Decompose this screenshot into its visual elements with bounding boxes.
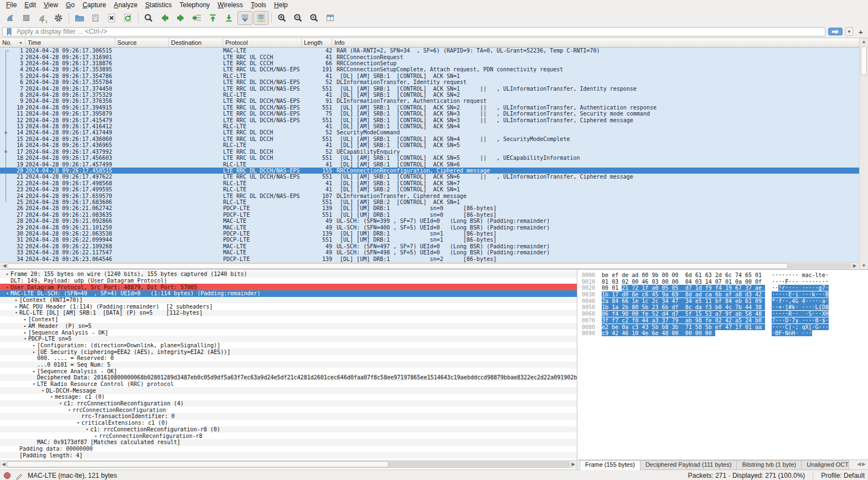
packet-row[interactable]: 12024-04-28 09:26:17.306515MAC-LTE42RAR … <box>0 48 868 54</box>
hex-byte[interactable]: 3f <box>602 317 612 324</box>
hex-byte[interactable]: d3 <box>745 291 755 298</box>
hex-byte[interactable]: 02 <box>622 279 632 285</box>
expander-open-icon[interactable]: ▾ <box>66 407 73 413</box>
close-file-button[interactable] <box>104 11 119 25</box>
hex-byte[interactable]: 67 <box>735 285 745 291</box>
hex-byte[interactable]: 00 <box>672 330 685 336</box>
column-header-length[interactable]: Length <box>302 38 332 47</box>
detail-row[interactable]: ▸[Context] <box>0 316 577 323</box>
detail-row[interactable]: ▸[Configuration: (direction=Downlink, pl… <box>0 342 577 349</box>
column-header-no[interactable]: No.▼ <box>0 38 25 47</box>
detail-row[interactable]: ▾MAC-LTE DL-SCH: (SFN=49 , SF=4) UEId=0 … <box>0 290 577 297</box>
ascii-char[interactable]: · <box>805 311 808 317</box>
scroll-up-arrow[interactable]: ▲ <box>860 38 868 45</box>
menu-file[interactable]: File <box>2 1 20 9</box>
expander-closed-icon[interactable]: ▸ <box>4 271 11 277</box>
hex-byte[interactable]: 45 <box>652 291 662 298</box>
hex-byte[interactable]: 5b <box>652 324 662 330</box>
hex-byte[interactable]: ef <box>612 272 622 278</box>
scroll-right-arrow[interactable]: ▶ <box>570 461 576 468</box>
go-last-button[interactable] <box>221 11 236 25</box>
ascii-char[interactable]: · <box>815 311 819 317</box>
detail-row[interactable]: ▾message: c1 (0) <box>0 394 577 400</box>
hex-row[interactable]: 00501b 1a 2b 80 5b 23 6b df 8c da f3 b0 … <box>582 304 868 311</box>
packet-row[interactable]: 272024-04-28 09:26:21.083635PDCP-LTE551 … <box>0 212 868 218</box>
hex-byte[interactable]: 98 <box>695 317 705 324</box>
hex-byte[interactable]: a7 <box>715 311 725 317</box>
detail-row[interactable]: [Padding length: 4] <box>0 452 577 458</box>
hex-byte[interactable]: d7 <box>672 311 685 317</box>
go-back-button[interactable] <box>157 11 172 25</box>
hex-byte[interactable]: de <box>622 272 632 278</box>
expander-closed-icon[interactable]: ▸ <box>13 304 19 310</box>
hex-byte[interactable]: 61 <box>695 272 705 278</box>
ascii-char[interactable]: [ <box>809 324 812 330</box>
expander-open-icon[interactable]: ▾ <box>22 336 28 342</box>
hex-byte[interactable]: 00 <box>672 279 685 285</box>
hex-byte[interactable]: 00 <box>602 285 612 291</box>
detail-row[interactable]: ▸MAC PDU Header (1:114) (Padding:remaind… <box>0 303 577 310</box>
menu-analyze[interactable]: Analyze <box>110 1 142 9</box>
zoom-out-button[interactable] <box>291 11 306 25</box>
detail-row[interactable]: ▸rrcConnectionReconfiguration-r8 <box>0 432 577 439</box>
profile-status[interactable]: Profile: Default <box>821 472 865 479</box>
hex-byte[interactable]: 01 <box>602 279 612 285</box>
hex-byte[interactable]: 58 <box>745 311 755 317</box>
hex-byte[interactable]: 42 <box>725 317 735 324</box>
hex-byte[interactable]: 04 <box>685 279 695 285</box>
detail-row[interactable]: ▸AM Header (P) sn=5 <box>0 323 577 330</box>
packet-row[interactable]: 152024-04-28 09:26:17.436060LTE RRC UL_D… <box>0 136 868 142</box>
display-filter-input[interactable]: Apply a display filter ... <Ctrl-/> <box>2 27 825 36</box>
hex-byte[interactable]: 65 <box>745 272 755 278</box>
hex-byte[interactable]: b8 <box>662 324 671 330</box>
hex-byte[interactable]: 02 <box>715 317 725 324</box>
ascii-char[interactable]: · <box>805 291 808 298</box>
go-to-packet-button[interactable] <box>189 11 204 25</box>
packet-row[interactable]: 232024-04-28 09:26:17.499595RLC-LTE41 [D… <box>0 186 868 192</box>
ascii-char[interactable]: L <box>815 304 819 310</box>
detail-row[interactable]: 000. .... = Reserved: 0 <box>0 355 577 362</box>
hex-byte[interactable]: fe <box>642 311 652 317</box>
detail-row[interactable]: ▸User Datagram Protocol, Src Port: 48879… <box>0 284 577 290</box>
hex-byte[interactable]: 44 <box>745 304 755 310</box>
hex-row[interactable]: 006086 f4 90 00 fe 52 d4 d7 5f 15 53 a7 … <box>582 311 868 317</box>
ascii-char[interactable]: · <box>805 298 808 304</box>
hex-byte[interactable]: ef <box>715 324 725 330</box>
menu-help[interactable]: Help <box>270 1 292 9</box>
hex-byte[interactable]: 0a <box>622 324 632 330</box>
hex-byte[interactable]: 4e <box>642 330 652 336</box>
hex-byte[interactable]: 1b <box>602 291 612 298</box>
ascii-char[interactable]: S <box>809 311 812 317</box>
packet-row[interactable]: 242024-04-28 09:26:17.659570LTE RRC DL_D… <box>0 192 868 199</box>
hex-byte[interactable]: 1e <box>632 298 642 304</box>
hex-byte[interactable]: 80 <box>632 304 642 310</box>
ascii-char[interactable]: G <box>815 324 819 330</box>
ascii-char[interactable]: B <box>825 291 829 298</box>
hex-byte[interactable]: 05 <box>672 285 685 291</box>
hex-byte[interactable]: 14 <box>705 279 715 285</box>
ascii-char[interactable]: · <box>809 330 812 336</box>
byte-view-tab[interactable]: Bitstring tvb (1 byte) <box>737 460 802 470</box>
hex-byte[interactable]: c2 <box>622 317 632 324</box>
packet-list-vertical-scrollbar[interactable]: ▲ ▼ <box>859 38 868 269</box>
save-file-button[interactable] <box>88 11 103 25</box>
hex-byte[interactable]: 5b <box>642 304 652 310</box>
detail-row[interactable]: rrc-TransactionIdentifier: 0 <box>0 413 577 420</box>
scrollbar-thumb[interactable] <box>7 263 788 269</box>
hex-byte[interactable]: 8c <box>685 304 695 310</box>
packet-row[interactable]: 132024-04-28 09:26:17.416412RLC-LTE41 [D… <box>0 123 868 129</box>
hex-byte[interactable]: 03 <box>652 279 662 285</box>
expander-open-icon[interactable]: ▾ <box>4 290 11 296</box>
expander-open-icon[interactable]: ▾ <box>84 426 90 432</box>
bookmark-icon[interactable] <box>5 27 13 36</box>
ascii-char[interactable]: · <box>825 279 829 285</box>
add-filter-button[interactable]: + <box>856 27 866 36</box>
hex-byte[interactable]: 43 <box>642 324 652 330</box>
detail-row[interactable]: ▾PDCP-LTE sn=5 <box>0 336 577 342</box>
packet-row[interactable]: 312024-04-28 09:26:22.099944PDCP-LTE551 … <box>0 237 868 243</box>
capture-comment-icon[interactable] <box>16 472 23 479</box>
hex-byte[interactable]: ca <box>705 291 715 298</box>
hex-byte[interactable]: b0 <box>755 317 765 324</box>
ascii-char[interactable]: · <box>819 298 822 304</box>
hex-byte[interactable]: 2d <box>715 272 725 278</box>
